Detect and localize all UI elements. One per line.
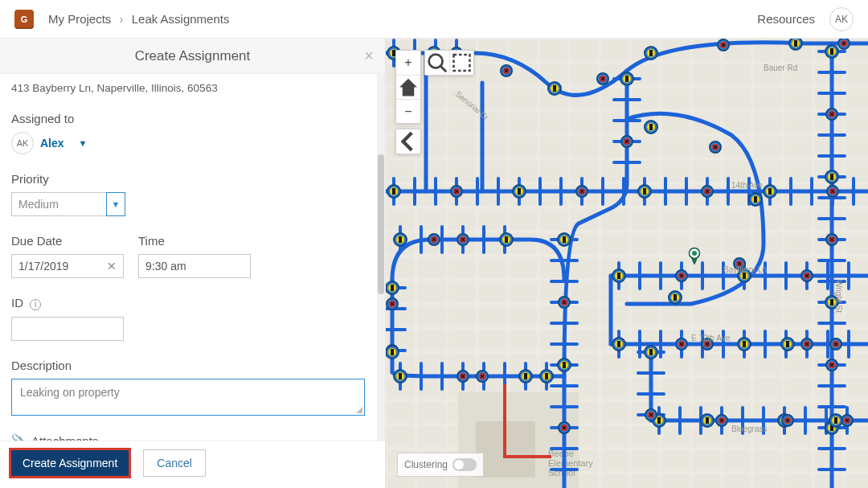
time-value: 9:30 am: [145, 260, 186, 273]
clustering-toggle[interactable]: [452, 458, 477, 471]
app-logo: G: [14, 10, 34, 29]
close-icon[interactable]: ×: [364, 47, 374, 65]
clustering-bar: Clustering: [397, 453, 484, 477]
assignee-name: Alex: [40, 137, 64, 150]
scrollbar-thumb[interactable]: [378, 154, 384, 293]
map-search-controls: [424, 50, 474, 76]
map-svg: Beebe Elementary School: [386, 39, 868, 488]
description-value: Leaking on property: [20, 386, 120, 399]
due-date-value: 1/17/2019: [18, 260, 68, 273]
map-label-bluegrass: Bluegrass: [731, 424, 767, 433]
search-button[interactable]: [425, 51, 449, 75]
field-due: Due Date 1/17/2019 ✕ Time 9:30 am: [11, 234, 374, 278]
panel-header: Create Assignment ×: [0, 39, 385, 74]
map-label-bayberry: Bayberry Ln: [723, 265, 767, 274]
panel-footer: Create Assignment Cancel: [0, 441, 385, 488]
assignee-picker[interactable]: AK Alex ▼: [11, 132, 374, 154]
priority-label: Priority: [11, 172, 374, 186]
field-id: ID i: [11, 296, 374, 341]
home-icon: [396, 76, 420, 99]
priority-select[interactable]: Medium ▼: [11, 192, 125, 216]
paperclip-icon: 📎: [11, 433, 27, 441]
map-zoom-controls: + −: [395, 50, 421, 124]
zoom-in-button[interactable]: +: [396, 51, 420, 75]
field-description: Description Leaking on property: [11, 359, 374, 416]
resources-link[interactable]: Resources: [757, 12, 815, 26]
home-button[interactable]: [396, 75, 420, 99]
clear-icon[interactable]: ✕: [107, 260, 117, 273]
attachments-label: Attachments: [31, 434, 98, 441]
time-input[interactable]: 9:30 am: [138, 254, 251, 278]
svg-point-134: [429, 55, 443, 68]
description-label: Description: [11, 359, 374, 372]
svg-point-133: [692, 251, 697, 256]
app-header: G My Projects › Leak Assignments Resourc…: [0, 0, 868, 39]
map-label-14th: 14th Ave: [731, 181, 763, 190]
due-date-input[interactable]: 1/17/2019 ✕: [11, 254, 124, 278]
select-button[interactable]: [449, 51, 473, 75]
breadcrumb-sep: ›: [120, 12, 124, 26]
breadcrumb-root[interactable]: My Projects: [48, 12, 111, 26]
panel-scrollbar[interactable]: [377, 74, 385, 441]
breadcrumb-leaf[interactable]: Leak Assignments: [132, 12, 230, 26]
map-prev-extent: [395, 129, 421, 154]
clustering-label: Clustering: [404, 459, 448, 470]
field-assigned-to: Assigned to AK Alex ▼: [11, 112, 374, 154]
map-canvas[interactable]: Beebe Elementary School: [386, 39, 868, 488]
map-label-bauer: Bauer Rd: [764, 64, 797, 72]
assignee-avatar: AK: [11, 132, 34, 154]
chevron-down-icon[interactable]: ▼: [106, 192, 125, 216]
search-icon: [425, 51, 449, 75]
panel-title: Create Assignment: [135, 48, 251, 64]
svg-line-135: [441, 67, 447, 72]
info-icon[interactable]: i: [30, 299, 41, 310]
create-assignment-button[interactable]: Create Assignment: [11, 450, 129, 476]
assigned-to-label: Assigned to: [11, 112, 374, 125]
previous-extent-button[interactable]: [396, 129, 420, 154]
id-label: ID i: [11, 296, 374, 310]
breadcrumb: My Projects › Leak Assignments: [48, 12, 229, 26]
svg-rect-136: [454, 55, 470, 71]
map-label-wright: Wright St: [834, 280, 843, 313]
time-label: Time: [138, 234, 251, 248]
zoom-out-button[interactable]: −: [396, 99, 420, 123]
description-input[interactable]: Leaking on property: [11, 379, 365, 416]
map-label-12th: E 12th Ave: [691, 334, 731, 342]
chevron-left-icon: [396, 129, 420, 154]
priority-value: Medium: [11, 192, 106, 216]
panel-body: 413 Bayberry Ln, Naperville, Illinois, 6…: [0, 74, 385, 441]
user-avatar[interactable]: AK: [829, 7, 854, 31]
cancel-button[interactable]: Cancel: [143, 449, 206, 477]
id-input[interactable]: [11, 317, 124, 341]
attachments-row[interactable]: 📎 Attachments: [11, 433, 374, 441]
select-rect-icon: [450, 51, 473, 75]
address-line: 413 Bayberry Ln, Naperville, Illinois, 6…: [11, 82, 374, 94]
side-panel: Create Assignment × 413 Bayberry Ln, Nap…: [0, 39, 386, 488]
chevron-down-icon[interactable]: ▼: [79, 139, 88, 148]
due-date-label: Due Date: [11, 234, 124, 248]
field-priority: Priority Medium ▼: [11, 172, 374, 216]
